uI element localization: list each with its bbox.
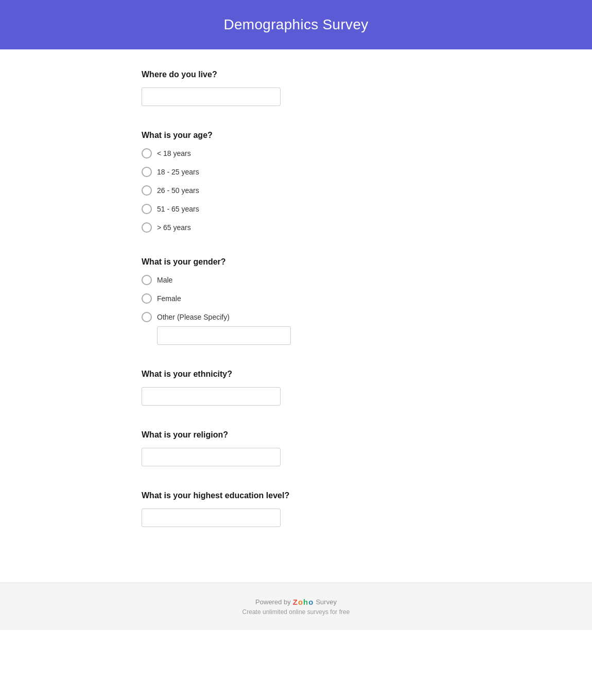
- zoho-z: Z: [293, 598, 298, 606]
- age-radio-26-50[interactable]: [142, 185, 152, 196]
- age-label-18-25[interactable]: 18 - 25 years: [157, 168, 199, 176]
- gender-radio-group: Male Female Other (Please Specify): [142, 275, 450, 345]
- question-education-label: What is your highest education level?: [142, 491, 450, 500]
- brand-suffix: Survey: [316, 598, 336, 606]
- zoho-h: h: [303, 598, 308, 606]
- gender-label-female[interactable]: Female: [157, 294, 181, 303]
- question-age: What is your age? < 18 years 18 - 25 yea…: [142, 131, 450, 233]
- powered-by-line: Powered by Zoho Survey: [10, 598, 582, 606]
- religion-input[interactable]: [142, 448, 281, 466]
- question-gender: What is your gender? Male Female Other (…: [142, 257, 450, 345]
- question-ethnicity: What is your ethnicity?: [142, 370, 450, 406]
- gender-label-other[interactable]: Other (Please Specify): [157, 313, 230, 321]
- age-label-26-50[interactable]: 26 - 50 years: [157, 186, 199, 195]
- age-radio-lt18[interactable]: [142, 148, 152, 159]
- zoho-logo: Zoho: [293, 598, 314, 606]
- survey-title: Demographics Survey: [21, 16, 571, 33]
- age-label-lt18[interactable]: < 18 years: [157, 149, 191, 157]
- age-label-gt65[interactable]: > 65 years: [157, 223, 191, 232]
- question-where-live: Where do you live?: [142, 70, 450, 106]
- powered-by-text: Powered by: [255, 598, 291, 606]
- age-option-gt65[interactable]: > 65 years: [142, 222, 450, 233]
- gender-radio-male[interactable]: [142, 275, 152, 285]
- age-option-26-50[interactable]: 26 - 50 years: [142, 185, 450, 196]
- question-religion-label: What is your religion?: [142, 430, 450, 440]
- gender-other-wrapper: Other (Please Specify): [142, 312, 450, 345]
- gender-other-input[interactable]: [157, 326, 291, 345]
- zoho-o2: o: [308, 598, 314, 606]
- footer-tagline: Create unlimited online surveys for free: [10, 608, 582, 616]
- gender-option-other[interactable]: Other (Please Specify): [142, 312, 450, 322]
- gender-radio-female[interactable]: [142, 293, 152, 304]
- main-content: Where do you live? What is your age? < 1…: [116, 49, 476, 583]
- age-label-51-65[interactable]: 51 - 65 years: [157, 205, 199, 213]
- age-radio-gt65[interactable]: [142, 222, 152, 233]
- age-option-lt18[interactable]: < 18 years: [142, 148, 450, 159]
- question-religion: What is your religion?: [142, 430, 450, 466]
- gender-radio-other[interactable]: [142, 312, 152, 322]
- ethnicity-input[interactable]: [142, 387, 281, 406]
- survey-header: Demographics Survey: [0, 0, 592, 49]
- question-age-label: What is your age?: [142, 131, 450, 140]
- age-option-18-25[interactable]: 18 - 25 years: [142, 167, 450, 177]
- question-education: What is your highest education level?: [142, 491, 450, 527]
- question-where-live-label: Where do you live?: [142, 70, 450, 79]
- question-gender-label: What is your gender?: [142, 257, 450, 267]
- age-radio-18-25[interactable]: [142, 167, 152, 177]
- footer: Powered by Zoho Survey Create unlimited …: [0, 583, 592, 630]
- age-option-51-65[interactable]: 51 - 65 years: [142, 204, 450, 214]
- education-input[interactable]: [142, 509, 281, 527]
- where-live-input[interactable]: [142, 87, 281, 106]
- gender-label-male[interactable]: Male: [157, 276, 172, 284]
- zoho-o1: o: [298, 598, 303, 606]
- age-radio-group: < 18 years 18 - 25 years 26 - 50 years 5…: [142, 148, 450, 233]
- question-ethnicity-label: What is your ethnicity?: [142, 370, 450, 379]
- gender-option-female[interactable]: Female: [142, 293, 450, 304]
- gender-option-male[interactable]: Male: [142, 275, 450, 285]
- age-radio-51-65[interactable]: [142, 204, 152, 214]
